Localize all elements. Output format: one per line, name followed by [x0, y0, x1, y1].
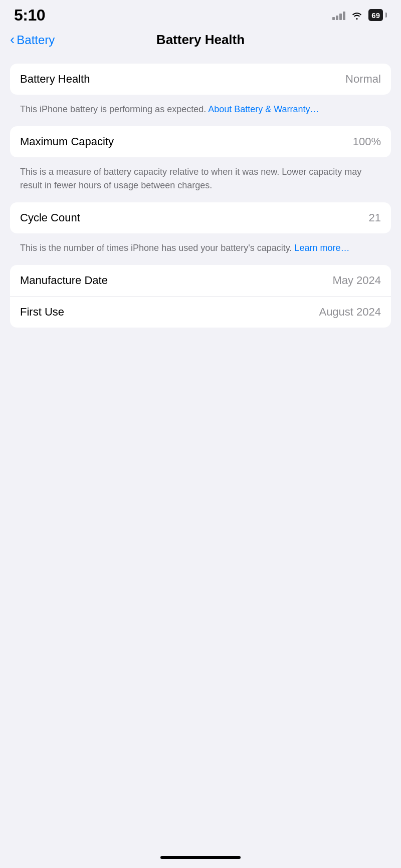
back-label: Battery [17, 33, 55, 47]
home-indicator [160, 856, 241, 859]
battery-tip [385, 13, 387, 18]
status-icons: 69 [332, 9, 387, 21]
signal-bar-1 [332, 17, 335, 20]
back-chevron-icon: ‹ [10, 33, 15, 47]
first-use-label: First Use [20, 306, 64, 319]
battery-health-desc-text: This iPhone battery is performing as exp… [20, 104, 208, 114]
wifi-icon [350, 10, 363, 20]
battery-health-card: Battery Health Normal [10, 64, 391, 95]
status-bar: 5:10 69 [0, 0, 401, 27]
signal-bar-3 [339, 14, 342, 20]
page-title: Battery Health [156, 32, 245, 48]
maximum-capacity-row: Maximum Capacity 100% [10, 126, 391, 157]
first-use-value: August 2024 [319, 306, 381, 319]
battery-warranty-link[interactable]: About Battery & Warranty… [208, 104, 319, 114]
maximum-capacity-card: Maximum Capacity 100% [10, 126, 391, 157]
dates-card: Manufacture Date May 2024 First Use Augu… [10, 265, 391, 328]
cycle-count-learn-more-link[interactable]: Learn more… [294, 243, 349, 253]
cycle-count-desc-text: This is the number of times iPhone has u… [20, 243, 294, 253]
cycle-count-label: Cycle Count [20, 211, 80, 224]
manufacture-date-row: Manufacture Date May 2024 [10, 265, 391, 296]
nav-header: ‹ Battery Battery Health [0, 27, 401, 58]
battery-percent: 69 [371, 11, 380, 20]
cycle-count-description: This is the number of times iPhone has u… [10, 237, 391, 265]
battery-health-description: This iPhone battery is performing as exp… [10, 99, 391, 126]
maximum-capacity-value: 100% [353, 135, 381, 148]
maximum-capacity-desc-text: This is a measure of battery capacity re… [20, 167, 361, 190]
battery-health-row: Battery Health Normal [10, 64, 391, 95]
battery-health-value: Normal [345, 73, 381, 86]
signal-bars-icon [332, 10, 345, 20]
back-button[interactable]: ‹ Battery [10, 33, 55, 47]
battery-indicator: 69 [368, 9, 387, 21]
cycle-count-value: 21 [369, 211, 381, 224]
maximum-capacity-label: Maximum Capacity [20, 135, 114, 148]
signal-bar-2 [336, 16, 338, 20]
battery-icon: 69 [368, 9, 383, 21]
first-use-row: First Use August 2024 [10, 296, 391, 328]
cycle-count-card: Cycle Count 21 [10, 202, 391, 233]
manufacture-date-value: May 2024 [332, 274, 381, 287]
signal-bar-4 [343, 12, 345, 20]
maximum-capacity-description: This is a measure of battery capacity re… [10, 161, 391, 202]
content: Battery Health Normal This iPhone batter… [0, 58, 401, 328]
battery-health-label: Battery Health [20, 73, 90, 86]
manufacture-date-label: Manufacture Date [20, 274, 108, 287]
cycle-count-row: Cycle Count 21 [10, 202, 391, 233]
status-time: 5:10 [14, 6, 45, 25]
